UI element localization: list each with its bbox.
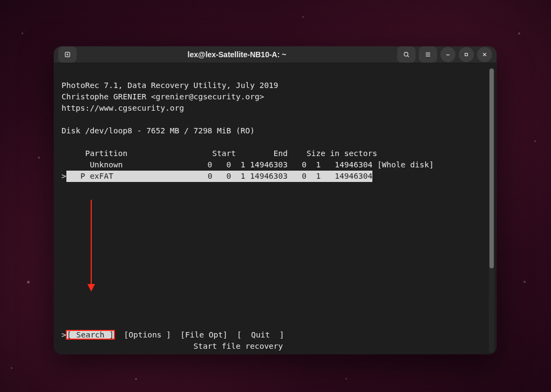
search-icon	[403, 51, 410, 58]
new-tab-icon	[64, 51, 71, 58]
window-title: lex@lex-Satellite-NB10-A: ~	[80, 50, 394, 59]
desktop-background: lex@lex-Satellite-NB10-A: ~	[0, 0, 551, 392]
bg-star	[518, 32, 520, 35]
partition-columns-header: Partition Start End Size in sectors	[62, 149, 377, 158]
partition-row-selected-prefix: >	[62, 172, 66, 180]
bg-star	[135, 378, 137, 380]
partition-row-exfat-selected[interactable]: P exFAT 0 0 1 14946303 0 1 14946304	[66, 171, 372, 182]
app-header-line: https://www.cgsecurity.org	[62, 104, 184, 112]
bg-star	[27, 281, 30, 283]
bg-star	[38, 157, 40, 159]
menu-button[interactable]	[419, 46, 437, 63]
menu-search-button[interactable]: [ Search ]	[66, 330, 114, 339]
minimize-button[interactable]	[440, 47, 455, 62]
new-tab-button[interactable]	[58, 46, 77, 63]
hamburger-icon	[424, 51, 432, 58]
search-button[interactable]	[397, 46, 416, 63]
app-header-line: PhotoRec 7.1, Data Recovery Utility, Jul…	[62, 81, 278, 90]
terminal-window: lex@lex-Satellite-NB10-A: ~	[54, 46, 496, 354]
partition-row-unknown[interactable]: Unknown 0 0 1 14946303 0 1 14946304 [Who…	[62, 160, 434, 169]
terminal-content: PhotoRec 7.1, Data Recovery Utility, Jul…	[62, 69, 496, 352]
menu-fileopt-button[interactable]: [File Opt]	[180, 330, 227, 339]
close-icon	[481, 51, 488, 58]
menu-hint-text: Start file recovery	[193, 342, 283, 350]
close-button[interactable]	[477, 47, 492, 62]
maximize-button[interactable]	[459, 47, 474, 62]
bg-star	[523, 281, 526, 283]
terminal-viewport[interactable]: PhotoRec 7.1, Data Recovery Utility, Jul…	[54, 63, 496, 354]
bg-star	[11, 367, 12, 369]
bg-star	[22, 32, 23, 34]
maximize-icon	[462, 51, 470, 58]
window-titlebar[interactable]: lex@lex-Satellite-NB10-A: ~	[54, 46, 496, 63]
terminal-scrollbar[interactable]	[489, 67, 494, 353]
svg-point-1	[404, 52, 408, 56]
bg-star	[534, 140, 536, 142]
app-header-line: Christophe GRENIER <grenier@cgsecurity.o…	[62, 92, 264, 101]
minimize-icon	[444, 51, 452, 58]
scrollbar-thumb[interactable]	[489, 69, 494, 268]
menu-options-button[interactable]: [Options ]	[124, 330, 171, 339]
menu-quit-button[interactable]: [ Quit ]	[237, 330, 284, 339]
bg-star	[302, 16, 304, 18]
disk-info-line: Disk /dev/loop8 - 7652 MB / 7298 MiB (RO…	[62, 126, 255, 135]
menu-cursor: >	[62, 330, 66, 339]
bg-star	[345, 378, 347, 380]
svg-rect-2	[465, 53, 468, 56]
